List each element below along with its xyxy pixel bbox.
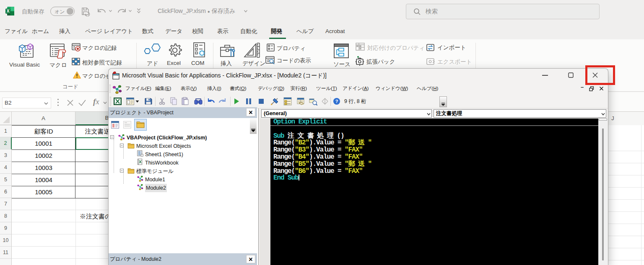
svg-text:?: ? <box>335 99 338 104</box>
svg-text:X: X <box>7 9 10 13</box>
